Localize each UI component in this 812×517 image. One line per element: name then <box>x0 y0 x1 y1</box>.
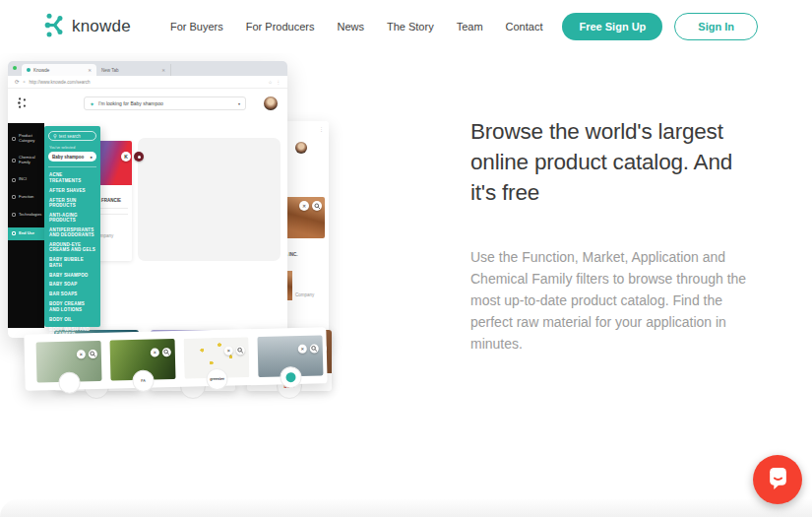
catalog-search-input[interactable]: ✦ I'm looking for Baby shampoo ▾ <box>84 97 246 110</box>
flyout-option-around-eye-creams-and-gels[interactable]: AROUND-EYE CREAMS AND GELS <box>48 240 96 255</box>
divider <box>48 166 96 167</box>
sidebar-item-label: End Use <box>19 231 34 236</box>
selected-filter-value: Baby shampoo <box>52 155 84 160</box>
nav-link-contact[interactable]: Contact <box>506 21 543 32</box>
tab-title: New Tab <box>101 68 118 73</box>
hero-description: Use the Function, Market, Application an… <box>470 246 762 355</box>
nav-link-for-producers[interactable]: For Producers <box>246 21 315 32</box>
sidebar-item-inci[interactable]: INCI <box>8 175 44 184</box>
flyout-option-anti-aging-products[interactable]: ANTI-AGING PRODUCTS <box>48 210 96 225</box>
knowde-app-header: ✦ I'm looking for Baby shampoo ▾ <box>8 89 287 118</box>
browser-address-bar[interactable]: ⟳ ▫ http://www.knowde.com/search ☆ ⋮ <box>8 76 287 89</box>
flyout-option-after-sun-products[interactable]: AFTER SUN PRODUCTS <box>48 195 96 210</box>
flyout-option-body-creams-and-lotions[interactable]: BODY CREAMS AND LOTIONS <box>48 299 96 314</box>
product-card[interactable]: ✕ <box>36 341 102 383</box>
reload-icon[interactable]: ⟳ <box>15 79 20 85</box>
product-card[interactable]: ✕FA <box>110 339 176 381</box>
chat-bubble-icon <box>767 466 789 493</box>
chemical-family-icon <box>12 159 16 162</box>
function-icon <box>12 195 16 199</box>
header-buttons: Free Sign Up Sign In <box>562 13 758 40</box>
avatar[interactable] <box>295 142 307 154</box>
chevron-down-icon[interactable]: ▾ <box>238 101 240 106</box>
selected-filter-dropdown[interactable]: Baby shampoo ▸ <box>48 152 96 162</box>
flyout-option-antiperspirants-and-deodorants[interactable]: ANTIPERSPIRANTS AND DEODORANTS <box>48 226 96 240</box>
chevron-right-icon: ▸ <box>91 155 93 160</box>
flyout-option-baby-soap[interactable]: BABY SOAP <box>48 280 96 290</box>
window-control-icon[interactable] <box>13 66 17 70</box>
browser-tab-bar: Knowde ✕ New Tab ✕ <box>8 61 287 76</box>
knowde-badge-icon[interactable]: K <box>121 152 131 162</box>
tab-title: Knowde <box>33 68 49 73</box>
sign-in-button[interactable]: Sign In <box>674 13 758 40</box>
sidebar-item-function[interactable]: Function <box>8 193 44 202</box>
overflow-menu-icon[interactable]: ⋮ <box>319 126 324 132</box>
product-card[interactable]: ✕ <box>283 197 325 238</box>
product-card[interactable]: ✕greenlee <box>183 337 249 379</box>
selected-filter-label: You've selected <box>49 146 95 150</box>
search-icon[interactable] <box>312 201 322 211</box>
flyout-option-body-oil[interactable]: BODY OIL <box>48 314 96 324</box>
inci-icon <box>12 178 16 182</box>
next-section-edge <box>0 499 812 517</box>
menu-icon[interactable]: ⋮ <box>277 80 281 85</box>
sidebar-item-product-category[interactable]: Product Category <box>8 132 44 145</box>
brand-badge-icon[interactable] <box>134 152 144 162</box>
nav-link-the-story[interactable]: The Story <box>387 21 434 32</box>
browser-tab-new[interactable]: New Tab ✕ <box>96 64 171 76</box>
product-card[interactable]: ✕ <box>257 335 323 377</box>
flyout-option-acne-treatments[interactable]: ACNE TREATMENTS <box>48 170 96 185</box>
supplier-type: Company <box>295 292 314 297</box>
brand-name: knowde <box>72 17 131 36</box>
search-icon[interactable] <box>310 344 319 353</box>
sidebar-item-end-use[interactable]: End Use <box>8 227 44 240</box>
close-tab-icon[interactable]: ✕ <box>88 68 92 73</box>
search-icon[interactable] <box>89 350 97 358</box>
close-icon[interactable]: ✕ <box>224 347 233 355</box>
filter-sidebar: Product CategoryChemical FamilyINCIFunct… <box>8 123 44 328</box>
intercom-chat-button[interactable] <box>753 455 802 504</box>
card-actions: ✕ <box>151 348 171 357</box>
sidebar-item-label: Function <box>19 195 33 200</box>
card-actions: K <box>121 152 144 162</box>
sidebar-item-technologies[interactable]: Technologies <box>8 211 44 220</box>
knowde-logo-icon <box>44 13 65 41</box>
site-header: knowde For BuyersFor ProducersNewsThe St… <box>0 0 812 53</box>
bookmark-icon[interactable]: ☆ <box>268 80 272 85</box>
flyout-option-after-shaves[interactable]: AFTER SHAVES <box>48 185 96 195</box>
front-product-card-strip: ✕✕FA✕greenlee✕ <box>24 327 327 390</box>
nav-link-team[interactable]: Team <box>457 21 483 32</box>
close-icon[interactable]: ✕ <box>151 348 159 356</box>
end-use-icon <box>12 231 16 235</box>
close-icon[interactable]: ✕ <box>77 350 86 358</box>
user-avatar[interactable] <box>264 97 278 110</box>
flyout-option-baby-bubble-bath[interactable]: BABY BUBBLE BATH <box>48 255 96 270</box>
search-query-text: I'm looking for Baby shampoo <box>98 100 163 106</box>
search-icon[interactable] <box>236 346 245 355</box>
search-icon[interactable] <box>162 348 171 356</box>
end-use-filter-flyout: ⚲ text search You've selected Baby shamp… <box>44 126 100 327</box>
flyout-option-bar-soaps[interactable]: BAR SOAPS <box>48 290 96 299</box>
sidebar-item-label: Chemical Family <box>19 156 42 164</box>
card-actions: ✕ <box>298 344 319 354</box>
close-icon[interactable]: ✕ <box>298 345 307 354</box>
knowde-logo[interactable]: knowde <box>44 13 131 41</box>
card-actions: ✕ <box>224 346 245 355</box>
address-bar-actions: ☆ ⋮ <box>268 80 281 85</box>
knowde-mark-icon[interactable] <box>18 95 27 112</box>
browser-tab-knowde[interactable]: Knowde ✕ <box>22 64 96 76</box>
results-panel <box>138 138 281 261</box>
search-icon: ⚲ <box>53 133 57 139</box>
nav-link-for-buyers[interactable]: For Buyers <box>170 21 223 32</box>
close-icon[interactable]: ✕ <box>299 201 309 211</box>
url-text: http://www.knowde.com/search <box>30 80 91 85</box>
nav-link-news[interactable]: News <box>337 21 364 32</box>
free-sign-up-button[interactable]: Free Sign Up <box>562 13 662 40</box>
close-tab-icon[interactable]: ✕ <box>161 68 165 73</box>
catalog-screenshot-collage: ⋮ ✕ & INC. Company Knowde ✕ New Tab ✕ <box>8 61 329 388</box>
sidebar-item-chemical-family[interactable]: Chemical Family <box>8 154 44 166</box>
flyout-option-baby-shampoo[interactable]: BABY SHAMPOO <box>48 270 96 280</box>
filter-search-input[interactable]: ⚲ text search <box>48 131 96 141</box>
sidebar-item-label: INCI <box>19 177 27 182</box>
spark-icon: ✦ <box>90 100 94 107</box>
